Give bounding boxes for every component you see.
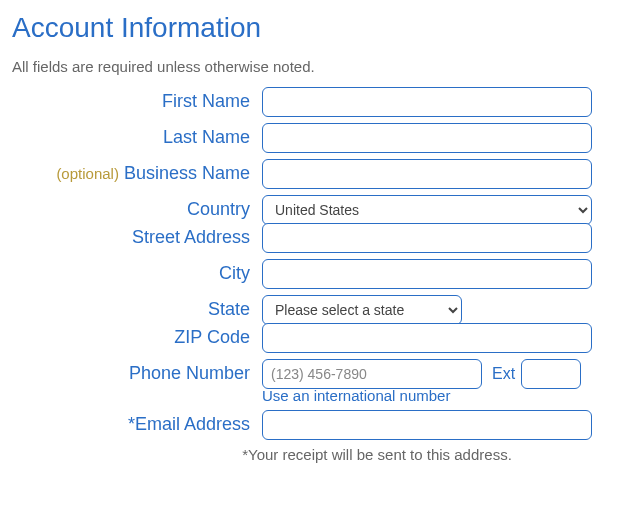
ext-field[interactable] [521,359,581,389]
zip-label: ZIP Code [12,327,262,349]
phone-label: Phone Number [12,363,262,385]
email-label: *Email Address [12,414,262,436]
street-address-label: Street Address [12,227,262,249]
country-label: Country [12,199,262,221]
first-name-field[interactable] [262,87,592,117]
zip-field[interactable] [262,323,592,353]
state-label: State [12,299,262,321]
city-field[interactable] [262,259,592,289]
state-select[interactable]: Please select a state [262,295,462,325]
receipt-note: *Your receipt will be sent to this addre… [132,446,622,463]
business-name-field[interactable] [262,159,592,189]
business-name-label: (optional) Business Name [12,163,262,185]
country-select[interactable]: United States [262,195,592,225]
city-label: City [12,263,262,285]
last-name-field[interactable] [262,123,592,153]
optional-tag: (optional) [56,165,119,182]
last-name-label: Last Name [12,127,262,149]
street-address-field[interactable] [262,223,592,253]
phone-field[interactable] [262,359,482,389]
first-name-label: First Name [12,91,262,113]
intl-number-link[interactable]: Use an international number [262,387,450,404]
ext-label: Ext [492,365,515,383]
email-field[interactable] [262,410,592,440]
business-name-label-text: Business Name [124,163,250,183]
page-title: Account Information [12,12,622,44]
required-note: All fields are required unless otherwise… [12,58,622,75]
